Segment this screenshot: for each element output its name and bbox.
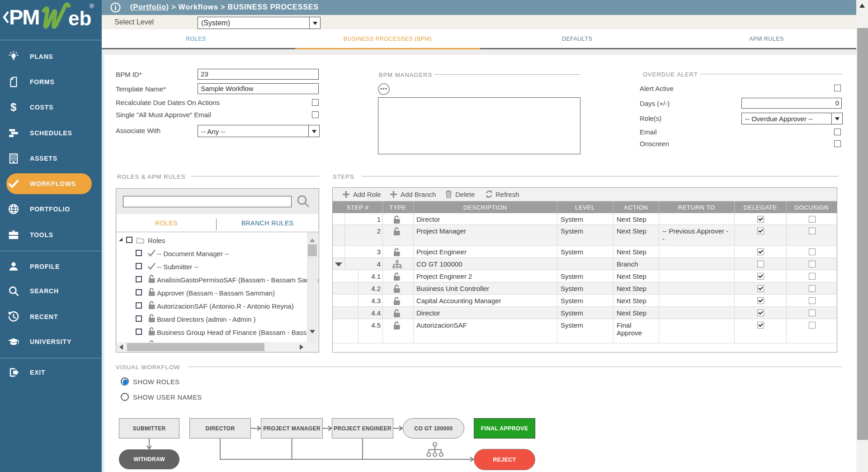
svg-text:$: $	[10, 101, 17, 113]
